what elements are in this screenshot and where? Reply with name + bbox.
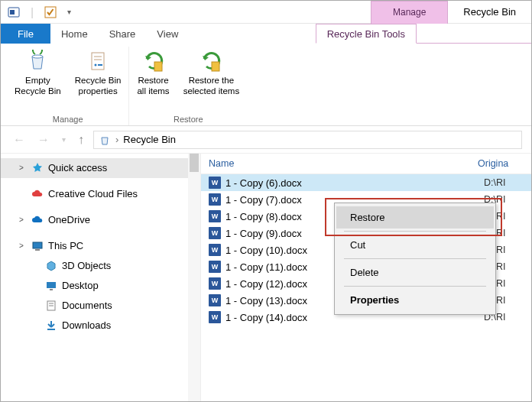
cube-icon <box>45 260 57 272</box>
sidebar-item-label: 3D Objects <box>62 260 111 272</box>
tab-view[interactable]: View <box>146 24 189 44</box>
column-header-original[interactable]: Origina <box>478 158 524 169</box>
word-doc-icon: W <box>209 261 221 273</box>
restore-sel-label-1: Restore the <box>189 76 234 86</box>
svg-point-7 <box>95 64 97 66</box>
word-doc-icon: W <box>209 210 221 222</box>
tab-home[interactable]: Home <box>50 24 99 44</box>
svg-rect-9 <box>154 62 162 71</box>
app-icon <box>7 5 21 19</box>
nav-recent-dropdown-icon[interactable]: ▾ <box>59 135 69 144</box>
context-menu-properties[interactable]: Properties <box>336 289 494 311</box>
word-doc-icon: W <box>209 193 221 206</box>
breadcrumb[interactable]: › Recycle Bin <box>93 131 522 149</box>
sidebar-item-creative-cloud-files[interactable]: Creative Cloud Files <box>1 184 200 204</box>
breadcrumb-recycle-bin-icon <box>99 134 111 146</box>
qat-separator: | <box>25 5 39 19</box>
ribbon-group-manage-label: Manage <box>53 113 83 125</box>
tab-share[interactable]: Share <box>99 24 147 44</box>
breadcrumb-chevron-icon[interactable]: › <box>115 134 118 145</box>
sidebar-item-onedrive[interactable]: >OneDrive <box>1 210 200 230</box>
recycle-bin-icon <box>24 48 50 74</box>
restore-selected-button[interactable]: Restore the selected items <box>179 47 245 113</box>
breadcrumb-location[interactable]: Recycle Bin <box>123 134 176 145</box>
quick-access-toolbar: | ▾ <box>1 5 76 19</box>
desktop-icon <box>45 280 57 292</box>
window-title: Recycle Bin <box>448 1 531 24</box>
file-list-header[interactable]: Name Origina <box>201 154 531 174</box>
nav-forward-icon[interactable]: → <box>34 133 53 147</box>
doc-icon <box>45 300 57 312</box>
svg-rect-18 <box>47 329 55 330</box>
sidebar-item-label: Documents <box>62 300 112 312</box>
restore-all-label-2: all items <box>137 86 169 97</box>
empty-label-2: Recycle Bin <box>15 86 61 97</box>
svg-rect-1 <box>10 10 15 15</box>
word-doc-icon: W <box>209 244 221 256</box>
svg-point-3 <box>32 55 43 58</box>
context-menu-delete[interactable]: Delete <box>336 261 494 284</box>
file-name: 1 - Copy (6).docx <box>225 177 479 189</box>
expand-icon[interactable]: > <box>19 242 27 251</box>
column-header-name[interactable]: Name <box>209 158 478 169</box>
star-icon <box>31 162 44 174</box>
context-menu-separator <box>344 286 486 287</box>
restore-sel-label-2: selected items <box>183 86 240 97</box>
sidebar-item-label: OneDrive <box>48 214 90 226</box>
context-menu-restore[interactable]: Restore <box>336 206 494 229</box>
sidebar-item-label: Quick access <box>48 162 107 174</box>
sidebar-item-this-pc[interactable]: >This PC <box>1 236 200 256</box>
word-doc-icon: W <box>209 311 221 323</box>
tab-file[interactable]: File <box>1 24 50 44</box>
sidebar-item-desktop[interactable]: Desktop <box>1 276 200 296</box>
sidebar-item-label: Creative Cloud Files <box>48 188 138 200</box>
svg-rect-14 <box>50 289 53 290</box>
sidebar-scrollbar[interactable] <box>188 154 200 402</box>
title-bar: | ▾ Manage Recycle Bin <box>1 1 531 24</box>
context-menu: Restore Cut Delete Properties <box>334 203 496 315</box>
context-menu-cut[interactable]: Cut <box>336 234 494 256</box>
ribbon: Empty Recycle Bin Recycle Bin properties… <box>1 44 531 126</box>
qat-dropdown-icon[interactable]: ▾ <box>62 5 76 19</box>
context-menu-separator <box>344 231 486 232</box>
empty-recycle-bin-button[interactable]: Empty Recycle Bin <box>10 47 66 113</box>
restore-all-icon <box>141 48 167 74</box>
svg-rect-11 <box>33 242 42 248</box>
word-doc-icon: W <box>209 227 221 239</box>
word-doc-icon: W <box>209 294 221 306</box>
down-icon <box>45 319 57 332</box>
restore-selected-icon <box>198 48 224 74</box>
sidebar-item-3d-objects[interactable]: 3D Objects <box>1 256 200 276</box>
expand-icon[interactable]: > <box>19 164 27 173</box>
ribbon-group-restore-label: Restore <box>174 113 203 125</box>
sidebar-item-downloads[interactable]: Downloads <box>1 316 200 336</box>
context-menu-separator <box>344 258 486 259</box>
ribbon-tabs: File Home Share View Recycle Bin Tools <box>1 24 531 44</box>
recycle-bin-properties-button[interactable]: Recycle Bin properties <box>70 47 126 113</box>
restore-all-button[interactable]: Restore all items <box>132 47 174 113</box>
svg-rect-4 <box>92 53 104 70</box>
properties-icon <box>85 48 111 74</box>
expand-icon[interactable]: > <box>19 216 27 225</box>
svg-rect-13 <box>47 282 56 288</box>
sidebar-item-quick-access[interactable]: >Quick access <box>1 158 200 178</box>
svg-rect-12 <box>35 249 40 251</box>
props-label-2: properties <box>79 86 118 97</box>
sidebar-item-label: This PC <box>48 240 83 252</box>
sidebar-item-documents[interactable]: Documents <box>1 296 200 316</box>
file-row[interactable]: W1 - Copy (6).docxD:\RI <box>201 174 531 191</box>
nav-up-icon[interactable]: ↑ <box>75 133 87 147</box>
navigation-pane: >Quick accessCreative Cloud Files>OneDri… <box>1 154 201 402</box>
tab-recycle-bin-tools[interactable]: Recycle Bin Tools <box>316 24 417 44</box>
sidebar-item-label: Desktop <box>62 280 99 292</box>
word-doc-icon: W <box>209 177 221 189</box>
nav-back-icon[interactable]: ← <box>10 133 28 147</box>
empty-label-1: Empty <box>25 76 50 86</box>
scrollbar-thumb[interactable] <box>190 154 199 172</box>
ribbon-group-restore: Restore all items Restore the selected i… <box>129 47 247 125</box>
sidebar-item-label: Downloads <box>62 319 111 332</box>
file-original-location: D:\RI <box>484 177 524 188</box>
props-label-1: Recycle Bin <box>75 76 122 86</box>
qat-checkbox-icon[interactable] <box>44 5 57 19</box>
svg-rect-10 <box>212 62 219 71</box>
